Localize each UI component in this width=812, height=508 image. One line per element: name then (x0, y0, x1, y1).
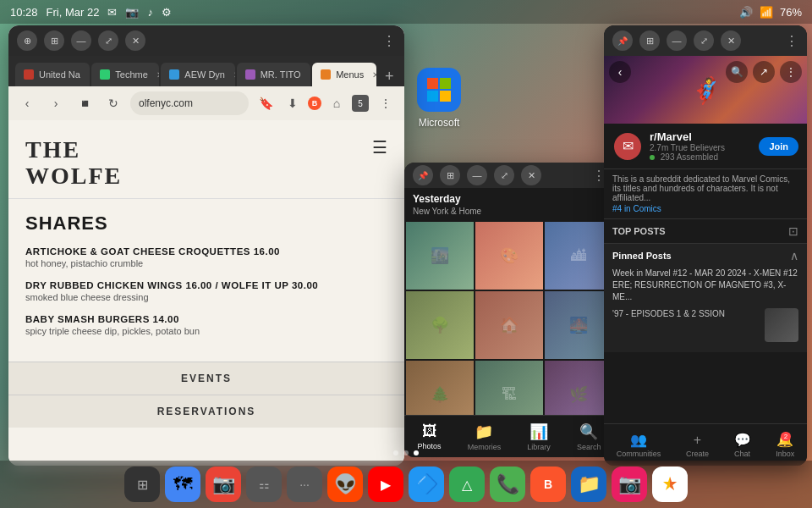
tab-count-btn[interactable]: 5 (352, 95, 369, 112)
taskbar-maps-icon[interactable]: 🗺 (165, 467, 200, 502)
new-tab-btn[interactable]: + (381, 66, 398, 86)
browser-titlebar-controls: ⊕ ⊞ — ⤢ ✕ (17, 30, 145, 51)
pager-dot-0[interactable] (393, 450, 398, 456)
tab-close-2[interactable]: ✕ (233, 70, 235, 80)
browser-tab-4[interactable]: Menus ✕ (312, 63, 376, 86)
menu-item-desc-2: spicy triple cheese dip, pickles, potato… (25, 326, 387, 336)
browser-tab-0[interactable]: United Na ✕ (15, 63, 90, 86)
browser-window: ⊕ ⊞ — ⤢ ✕ ⋮ United Na ✕ Techme ✕ AEW Dyn… (8, 25, 404, 466)
taskbar-phone-icon[interactable]: 📞 (490, 467, 525, 502)
taskbar-drive-icon[interactable]: △ (449, 467, 485, 502)
browser-tab-2[interactable]: AEW Dyn ✕ (161, 63, 234, 86)
reddit-share-btn[interactable]: ↗ (753, 61, 775, 83)
reddit-pinned-toggle[interactable]: ∧ (790, 249, 798, 262)
events-link[interactable]: EVENTS (8, 362, 404, 395)
browser-split-btn[interactable]: ⊞ (44, 30, 64, 51)
photo-thumb-1[interactable]: 🌆 (406, 222, 474, 290)
site-menu-icon[interactable]: ☰ (372, 137, 387, 157)
browser-toolbar: ‹ › ◾ ↻ olfenyc.com 🔖 ⬇ B ⌂ 5 ⋮ (8, 86, 404, 120)
tab-close-3[interactable]: ✕ (310, 70, 311, 80)
taskbar-unknown-icon[interactable]: 🔷 (409, 467, 444, 502)
photos-tab-search[interactable]: 🔍 Search (570, 419, 608, 455)
reddit-post-1[interactable]: '97 - EPISODES 1 & 2 SSION (612, 308, 798, 342)
microsoft-icon-label: Microsoft (419, 117, 460, 129)
photos-tab-library[interactable]: 📊 Library (520, 419, 557, 455)
photos-split-btn[interactable]: ⊞ (440, 165, 460, 185)
reddit-tab-communities[interactable]: 👥 Communities (617, 432, 661, 458)
taskbar-youtube-icon[interactable]: ▶ (368, 467, 403, 502)
browser-close-btn[interactable]: ✕ (125, 30, 145, 51)
refresh-btn[interactable]: ↻ (102, 91, 125, 115)
photo-thumb-7[interactable]: 🌲 (406, 361, 474, 415)
forward-btn[interactable]: › (44, 91, 68, 115)
address-bar[interactable]: olfenyc.com (130, 91, 249, 115)
tab-close-1[interactable]: ✕ (156, 70, 159, 80)
taskbar-brave-icon[interactable]: B (530, 467, 566, 502)
pager-dot-2[interactable] (414, 450, 419, 456)
browser-tab-1[interactable]: Techme ✕ (91, 63, 159, 86)
reddit-sort-label: TOP POSTS (612, 226, 666, 236)
pager-dots (393, 450, 419, 456)
reddit-close-btn[interactable]: ✕ (721, 30, 741, 51)
photos-titlebar-controls: 📌 ⊞ — ⤢ ✕ (413, 165, 541, 185)
photos-tab-photos[interactable]: 🖼 Photos (411, 419, 448, 454)
bookmark-btn[interactable]: 🔖 (254, 91, 277, 115)
photo-thumb-3[interactable]: 🏙 (545, 222, 612, 290)
photo-thumb-2[interactable]: 🎨 (475, 222, 543, 290)
browser-maximize-btn[interactable]: ⤢ (98, 30, 118, 51)
tab-close-0[interactable]: ✕ (89, 70, 90, 80)
photos-pin-btn[interactable]: 📌 (413, 165, 433, 185)
taskbar-grid-icon[interactable]: ⊞ (124, 467, 160, 502)
reddit-maximize-btn[interactable]: ⤢ (694, 30, 714, 51)
photo-thumb-9[interactable]: 🌿 (545, 361, 612, 415)
photos-tab-memories[interactable]: 📁 Memories (461, 419, 508, 455)
pager-dot-1[interactable] (403, 450, 409, 456)
taskbar-cam2-icon[interactable]: 📷 (612, 467, 647, 502)
reservations-link[interactable]: RESERVATIONS (8, 395, 404, 428)
browser-minimize-btn[interactable]: — (71, 30, 91, 51)
tab-close-4[interactable]: ✕ (372, 70, 376, 80)
reddit-pin-btn[interactable]: 📌 (612, 30, 633, 51)
reddit-join-btn[interactable]: Join (759, 137, 798, 156)
photo-thumb-6[interactable]: 🌉 (545, 291, 612, 359)
taskbar-apps-icon[interactable]: ⚏ (246, 467, 282, 502)
reddit-more-btn[interactable]: ⋮ (780, 61, 802, 83)
photo-thumb-5[interactable]: 🏠 (475, 291, 543, 359)
tab-favicon-0 (24, 69, 34, 80)
download-btn[interactable]: ⬇ (281, 91, 304, 115)
taskbar-reddit-icon[interactable]: 👽 (327, 467, 363, 502)
taskbar-more-icon[interactable]: ··· (287, 467, 322, 502)
photo-thumb-4[interactable]: 🌳 (406, 291, 474, 359)
reddit-tab-chat[interactable]: 💬 Chat (734, 432, 751, 458)
back-btn[interactable]: ‹ (15, 91, 39, 115)
photos-maximize-btn[interactable]: ⤢ (494, 165, 514, 185)
browser-pin-btn[interactable]: ⊕ (17, 30, 37, 51)
browser-more-btn[interactable]: ⋮ (374, 91, 398, 115)
photos-tab-label: Photos (418, 442, 442, 450)
status-date: Fri, Mar 22 (47, 6, 100, 19)
taskbar-files-icon[interactable]: 📁 (571, 467, 606, 502)
reddit-split-btn[interactable]: ⊞ (639, 30, 660, 51)
reddit-search-btn[interactable]: 🔍 (726, 61, 748, 83)
browser-titlebar: ⊕ ⊞ — ⤢ ✕ ⋮ (8, 25, 404, 56)
reddit-tab-inbox[interactable]: 🔔 2 Inbox (776, 432, 794, 458)
status-battery: 76% (780, 6, 802, 19)
photo-thumb-8[interactable]: 🏗 (475, 361, 543, 415)
browser-tab-3[interactable]: MR. TITO ✕ (237, 63, 310, 86)
photos-minimize-btn[interactable]: — (467, 165, 487, 185)
extension-btn[interactable]: ⌂ (325, 91, 348, 115)
taskbar-camera-icon[interactable]: 📷 (206, 467, 241, 502)
reddit-minimize-btn[interactable]: — (667, 30, 687, 51)
reddit-post-0[interactable]: Week in Marvel #12 - MAR 20 2024 - X-MEN… (612, 268, 798, 303)
chat-icon: 💬 (734, 432, 751, 448)
reddit-back-btn[interactable]: ‹ (609, 61, 631, 83)
reddit-menu-btn[interactable]: ⋮ (785, 33, 798, 49)
microsoft-desktop-icon[interactable]: Microsoft (417, 68, 461, 129)
reddit-tab-create[interactable]: + Create (686, 433, 709, 458)
photos-close-btn[interactable]: ✕ (521, 165, 541, 185)
browser-menu-btn[interactable]: ⋮ (382, 33, 396, 49)
reddit-sort-toggle[interactable]: ⊡ (788, 224, 798, 238)
menu-item-0: ARTICHOKE & GOAT CHEESE CROQUETTES 16.00… (25, 246, 387, 268)
taskbar-photos-icon[interactable] (652, 467, 688, 502)
stop-btn[interactable]: ◾ (73, 91, 96, 115)
